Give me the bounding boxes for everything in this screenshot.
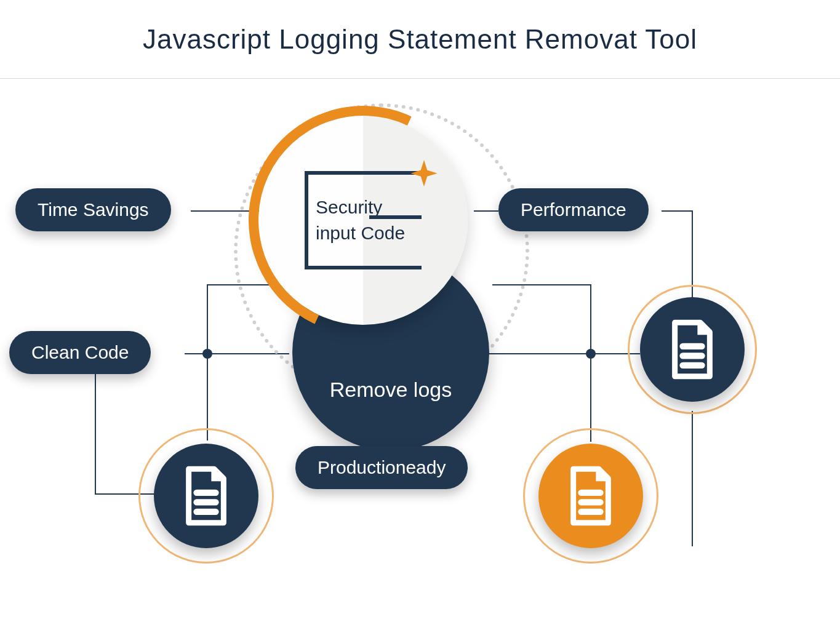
document-disk-left [154,444,258,548]
document-icon [668,319,716,380]
document-disk-bottom-right [538,444,643,548]
pill-time-savings-label: Time Savings [38,199,149,220]
security-input-circle: Security input Code [258,116,468,325]
diagram-stage: Remove logs Security input Code Time Sav… [0,79,840,630]
sparkle-icon [408,160,440,192]
pill-performance-label: Performance [521,199,626,220]
code-box-line2: input Code [316,223,422,244]
pill-clean-code-label: Clean Code [31,342,129,362]
svg-point-5 [586,349,596,359]
pill-clean-code: Clean Code [9,331,151,374]
page-header: Javascript Logging Statement Removat Too… [0,0,840,79]
document-icon [567,466,615,526]
pill-time-savings: Time Savings [15,188,171,231]
remove-logs-label: Remove logs [330,378,452,402]
document-disk-right [640,297,745,402]
pill-performance: Performance [498,188,649,231]
pill-production-ready-label: Productioneady [318,457,446,477]
svg-point-3 [202,349,212,359]
code-box-line1: Security [316,197,422,218]
document-icon [182,466,230,526]
code-box-icon: Security input Code [305,171,422,269]
page-title: Javascript Logging Statement Removat Too… [143,24,697,55]
pill-production-ready: Productioneady [295,446,468,489]
